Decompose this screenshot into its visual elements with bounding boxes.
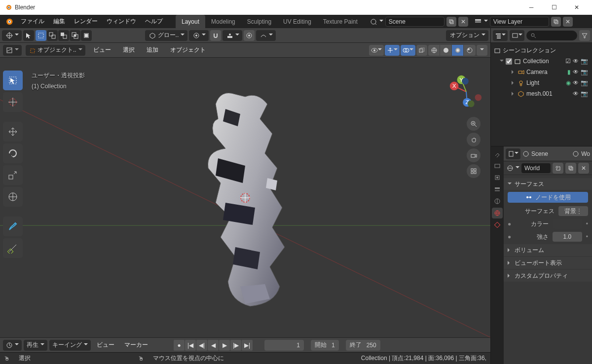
tool-transform[interactable] (3, 187, 23, 207)
viewport-3d[interactable]: ユーザー・透視投影 (1) Collection (0, 58, 490, 337)
scene-dropdown-chev[interactable] (379, 18, 383, 25)
snap-toggle[interactable] (210, 30, 221, 41)
disclosure-icon[interactable] (512, 90, 516, 97)
maximize-button[interactable]: ☐ (543, 0, 565, 15)
eye-icon[interactable]: 👁 (573, 58, 579, 65)
prop-tab-output[interactable] (492, 172, 503, 183)
surface-field-value[interactable]: 背景 ⋮ (558, 206, 588, 216)
menu-help[interactable]: ヘルプ (141, 15, 167, 28)
cursor-snap-dropdown[interactable] (2, 30, 22, 41)
prev-key-button[interactable]: ◀| (196, 340, 207, 351)
menu-render[interactable]: レンダー (70, 15, 102, 28)
viewlayer-name-field[interactable]: View Layer (490, 17, 549, 27)
xray-toggle[interactable] (416, 45, 427, 56)
restrict-icon[interactable]: ▮ (567, 69, 571, 75)
world-new-button[interactable] (553, 163, 563, 174)
exclude-icon[interactable]: ☑ (565, 58, 571, 65)
tab-modeling[interactable]: Modeling (205, 15, 241, 28)
outliner-filter-button[interactable] (579, 30, 590, 41)
autokey-button[interactable]: ● (174, 340, 185, 351)
outliner-item-camera[interactable]: Camera ▮👁📷 (491, 67, 592, 77)
prop-tab-tool[interactable] (492, 148, 503, 159)
options-dropdown[interactable]: オプション (446, 30, 488, 41)
disclosure-icon[interactable] (500, 58, 504, 65)
render-icon[interactable]: 📷 (581, 69, 588, 75)
disclosure-icon[interactable] (512, 69, 516, 75)
mode-dropdown[interactable]: オブジェクト.. (26, 45, 85, 56)
outliner-tree[interactable]: シーンコレクション Collection ☑👁📷 Camera ▮👁📷 (491, 43, 592, 146)
snap-dropdown[interactable] (222, 30, 242, 41)
playback-dropdown[interactable]: 再生 (24, 340, 47, 351)
scene-delete-button[interactable]: ✕ (458, 17, 468, 27)
outliner-editor-dropdown[interactable] (493, 30, 508, 41)
orientation-dropdown[interactable]: グロー.. (145, 30, 188, 41)
eye-icon[interactable]: 👁 (573, 69, 579, 75)
tab-texturepaint[interactable]: Texture Paint (317, 15, 364, 28)
prop-tab-world[interactable] (492, 208, 503, 218)
prop-tab-scene[interactable] (492, 196, 503, 207)
play-reverse-button[interactable]: ◀ (208, 340, 219, 351)
menu-window[interactable]: ウィンドウ (103, 15, 140, 28)
select-invert-icon[interactable] (81, 30, 92, 41)
tool-cursor[interactable] (3, 92, 23, 112)
shading-rendered[interactable] (464, 45, 476, 56)
render-icon[interactable]: 📷 (581, 79, 588, 86)
panel-viewport-display[interactable]: ビューポート表示 (504, 257, 592, 269)
tab-sculpting[interactable]: Sculpting (241, 15, 277, 28)
tool-measure[interactable] (3, 238, 23, 258)
menu-view3d-select[interactable]: 選択 (119, 44, 139, 56)
panel-surface[interactable]: サーフェス (504, 178, 592, 190)
scene-copy-button[interactable] (446, 17, 456, 27)
viewlayer-dropdown-chev[interactable] (484, 18, 488, 25)
strength-field[interactable]: 1.0 (553, 232, 582, 242)
minimize-button[interactable]: ─ (520, 0, 543, 15)
nav-persp-icon[interactable] (467, 164, 481, 178)
menu-file[interactable]: ファイル (17, 15, 48, 28)
color-field[interactable] (553, 219, 582, 229)
keying-dropdown[interactable]: キーイング (49, 340, 91, 351)
select-intersect-icon[interactable] (70, 30, 80, 41)
outliner-item-mesh[interactable]: mesh.001 👁📷 (491, 88, 592, 99)
nav-pan-icon[interactable] (467, 133, 481, 146)
tab-layout[interactable]: Layout (176, 15, 205, 28)
timeline-view-menu[interactable]: ビュー (93, 339, 118, 351)
nav-camera-icon[interactable] (467, 148, 481, 162)
menu-edit[interactable]: 編集 (49, 15, 69, 28)
collection-checkbox[interactable] (506, 58, 512, 65)
select-box-icon[interactable] (36, 30, 46, 41)
use-nodes-button[interactable]: ノードを使用 (508, 192, 588, 203)
render-icon[interactable]: 📷 (581, 90, 588, 97)
viewlayer-copy-button[interactable] (551, 17, 561, 27)
outliner-display-dropdown[interactable] (510, 30, 524, 41)
world-icon[interactable] (507, 165, 514, 172)
render-icon[interactable]: 📷 (581, 58, 588, 65)
menu-view3d-add[interactable]: 追加 (143, 44, 162, 56)
outliner-search[interactable] (526, 31, 577, 40)
properties-editor-dropdown[interactable] (506, 148, 520, 159)
world-name-field[interactable]: World (521, 163, 551, 173)
pivot-dropdown[interactable] (189, 30, 209, 41)
outliner-scene-collection[interactable]: シーンコレクション (491, 45, 592, 56)
jump-end-button[interactable]: ▶| (242, 340, 253, 351)
prop-tab-viewlayer[interactable] (492, 184, 503, 195)
nav-zoom-icon[interactable] (467, 117, 481, 131)
timeline-marker-menu[interactable]: マーカー (120, 339, 152, 351)
tool-scale[interactable] (3, 165, 23, 185)
play-button[interactable]: ▶ (219, 340, 230, 351)
select-subtract-icon[interactable] (58, 30, 69, 41)
panel-volume[interactable]: ボリューム (504, 244, 592, 256)
menu-view3d-object[interactable]: オブジェクト (166, 44, 210, 56)
start-frame-field[interactable]: 開始1 (311, 340, 339, 351)
timeline-editor-dropdown[interactable] (3, 340, 22, 351)
end-frame-field[interactable]: 終了250 (346, 340, 380, 351)
close-button[interactable]: ✕ (565, 0, 588, 15)
gizmo-toggle[interactable] (385, 45, 400, 56)
world-unlink-button[interactable]: ✕ (578, 163, 589, 174)
world-copy-button[interactable] (565, 163, 576, 174)
next-key-button[interactable]: |▶ (230, 340, 241, 351)
tool-rotate[interactable] (3, 144, 23, 163)
outliner-collection[interactable]: Collection ☑👁📷 (491, 56, 592, 67)
viewlayer-browse-icon[interactable] (474, 18, 482, 26)
shading-solid[interactable] (440, 45, 452, 56)
select-extend-icon[interactable] (47, 30, 58, 41)
